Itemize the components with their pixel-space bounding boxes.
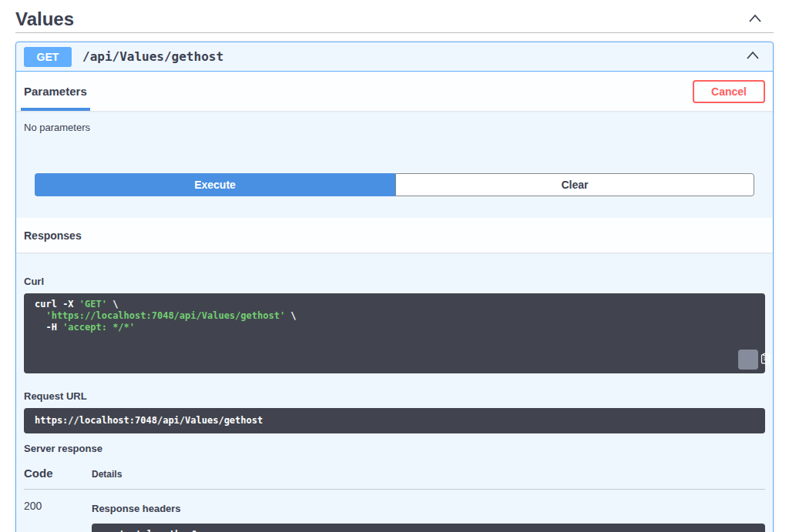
curl-line: -H 'accept: */*' (35, 322, 734, 333)
curl-code-block: curl -X 'GET' \ 'https://localhost:7048/… (24, 293, 765, 373)
section-title: Values (15, 8, 74, 30)
operation-collapse-button[interactable] (745, 49, 765, 64)
chevron-up-icon (747, 12, 763, 27)
status-code: 200 (24, 500, 92, 532)
response-header-line: content-length: 0 (102, 529, 754, 532)
operation-block: GET /api/Values/gethost Parameters Cance… (15, 42, 774, 532)
operation-path: /api/Values/gethost (82, 49, 223, 64)
section-header: Values (15, 0, 774, 32)
copy-to-clipboard-button[interactable] (738, 350, 758, 370)
curl-token: 'GET' (79, 299, 107, 309)
curl-label: Curl (24, 276, 765, 287)
method-badge: GET (24, 47, 72, 67)
curl-line: curl -X 'GET' \ (35, 299, 734, 310)
response-table-header: Code Details (24, 467, 765, 490)
curl-token: \ (285, 310, 296, 321)
parameters-body: No parameters Execute Clear (16, 111, 773, 218)
operation-summary[interactable]: GET /api/Values/gethost (16, 42, 773, 72)
response-headers-block: content-length: 0 date: Wed,15 Feb 2023 … (92, 524, 765, 532)
curl-token: -X (57, 299, 79, 309)
response-row: 200 Response headers content-length: 0 d… (24, 490, 765, 532)
no-parameters-text: No parameters (24, 122, 765, 133)
curl-token: 'https://localhost:7048/api/Values/getho… (35, 310, 285, 321)
curl-token: curl (35, 299, 57, 309)
responses-body: Curl curl -X 'GET' \ 'https://localhost:… (16, 253, 773, 532)
code-column-header: Code (24, 467, 92, 480)
cancel-button[interactable]: Cancel (693, 80, 765, 103)
chevron-up-icon (745, 49, 760, 64)
section-divider (15, 32, 774, 33)
active-tab-indicator (21, 108, 90, 111)
execute-button[interactable]: Execute (35, 173, 395, 196)
execute-button-group: Execute Clear (35, 173, 754, 196)
parameters-section-header: Parameters Cancel (16, 72, 773, 111)
tab-parameters-label: Parameters (24, 85, 87, 98)
response-headers-label: Response headers (92, 503, 765, 514)
request-url-value: https://localhost:7048/api/Values/gethos… (24, 408, 765, 433)
curl-line: 'https://localhost:7048/api/Values/getho… (35, 310, 734, 322)
response-details: Response headers content-length: 0 date:… (92, 500, 765, 532)
responses-title: Responses (24, 229, 82, 242)
server-response-label: Server response (24, 443, 765, 454)
tab-parameters[interactable]: Parameters (24, 72, 87, 111)
page: Values GET /api/Values/gethost Parameter… (0, 0, 789, 532)
request-url-label: Request URL (24, 390, 765, 402)
curl-token: -H (35, 322, 62, 333)
responses-section-header: Responses (16, 218, 773, 253)
curl-token: \ (107, 299, 118, 309)
clipboard-icon (725, 341, 771, 378)
curl-token: 'accept: */*' (62, 322, 135, 333)
clear-button[interactable]: Clear (395, 173, 754, 196)
section-collapse-button[interactable] (747, 12, 774, 27)
details-column-header: Details (92, 469, 122, 480)
